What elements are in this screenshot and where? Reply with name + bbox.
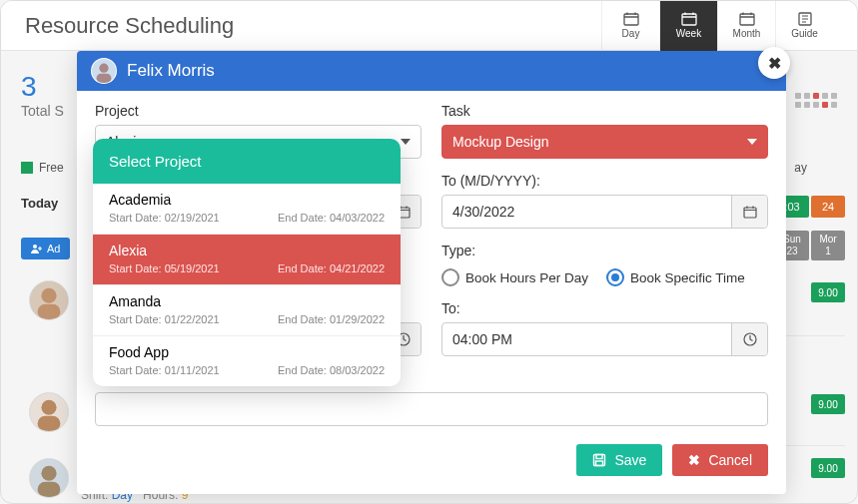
svg-point-27 bbox=[99, 64, 108, 73]
view-week-label: Week bbox=[676, 28, 701, 39]
project-option[interactable]: AcademiaStart Date: 02/19/2021End Date: … bbox=[93, 184, 401, 235]
svg-rect-22 bbox=[38, 416, 61, 431]
project-option-name: Amanda bbox=[109, 293, 385, 309]
task-select-value: Mockup Design bbox=[452, 134, 549, 150]
svg-point-21 bbox=[41, 400, 56, 415]
stats-label: Total S bbox=[21, 103, 64, 119]
svg-rect-4 bbox=[682, 14, 696, 25]
cancel-button[interactable]: ✖ Cancel bbox=[672, 444, 768, 476]
task-select[interactable]: Mockup Design bbox=[441, 125, 768, 159]
to-date-input[interactable]: 4/30/2022 bbox=[441, 195, 768, 229]
time-cell: 24 bbox=[811, 196, 845, 218]
time-to-input[interactable]: 04:00 PM bbox=[441, 322, 768, 356]
svg-rect-40 bbox=[596, 455, 602, 459]
cancel-label: Cancel bbox=[708, 452, 752, 468]
svg-point-16 bbox=[33, 245, 37, 249]
description-input[interactable] bbox=[95, 392, 768, 426]
close-icon: ✖ bbox=[768, 54, 781, 73]
radio-book-specific[interactable]: Book Specific Time bbox=[606, 268, 745, 286]
svg-point-18 bbox=[41, 288, 56, 303]
modal-footer: Save ✖ Cancel bbox=[77, 444, 786, 494]
chevron-down-icon bbox=[747, 139, 757, 145]
view-guide[interactable]: Guide bbox=[775, 1, 833, 51]
radio-icon bbox=[606, 268, 624, 286]
row-value: 9.00 bbox=[811, 458, 845, 478]
calendar-icon bbox=[743, 206, 757, 219]
page-header: Resource Scheduling Day Week Month Guide bbox=[1, 1, 857, 51]
add-user-icon bbox=[31, 244, 43, 253]
clock-addon[interactable] bbox=[731, 323, 767, 355]
calendar-addon[interactable] bbox=[731, 196, 767, 228]
project-option-name: Academia bbox=[109, 192, 385, 208]
view-month[interactable]: Month bbox=[717, 1, 775, 51]
project-option-dates: Start Date: 01/22/2021End Date: 01/29/20… bbox=[109, 313, 385, 325]
modal-avatar bbox=[91, 58, 117, 84]
row-value: 9.00 bbox=[811, 282, 845, 302]
view-day-label: Day bbox=[622, 28, 640, 39]
svg-rect-33 bbox=[744, 208, 756, 218]
project-label: Project bbox=[95, 103, 422, 119]
avatar[interactable] bbox=[29, 392, 69, 432]
save-label: Save bbox=[614, 452, 646, 468]
project-dropdown-header: Select Project bbox=[93, 139, 401, 184]
status-dots bbox=[795, 93, 837, 108]
view-switcher: Day Week Month Guide bbox=[601, 1, 833, 51]
stats-block: 3 Total S bbox=[21, 71, 64, 119]
modal-user-name: Felix Morris bbox=[127, 61, 215, 81]
avatar[interactable] bbox=[29, 458, 69, 498]
cancel-icon: ✖ bbox=[688, 452, 700, 468]
radio-icon bbox=[441, 268, 459, 286]
row-value: 9.00 bbox=[811, 394, 845, 414]
view-day[interactable]: Day bbox=[601, 1, 659, 51]
clock-icon bbox=[743, 332, 757, 346]
svg-rect-19 bbox=[38, 304, 61, 319]
legend-free-label: Free bbox=[39, 161, 64, 175]
project-option[interactable]: Food AppStart Date: 01/11/2021End Date: … bbox=[93, 336, 401, 386]
project-option-name: Food App bbox=[109, 344, 385, 360]
page-title: Resource Scheduling bbox=[25, 13, 234, 39]
add-button[interactable]: Ad bbox=[21, 238, 70, 259]
to-date-value: 4/30/2022 bbox=[442, 204, 731, 220]
project-option-dates: Start Date: 01/11/2021End Date: 08/03/20… bbox=[109, 364, 385, 376]
radio-book-specific-label: Book Specific Time bbox=[630, 270, 745, 285]
svg-point-24 bbox=[41, 466, 56, 481]
save-button[interactable]: Save bbox=[576, 444, 662, 476]
calendar-icon bbox=[681, 12, 697, 26]
to-label: To (M/D/YYYY): bbox=[441, 173, 768, 189]
view-month-label: Month bbox=[733, 28, 761, 39]
add-button-label: Ad bbox=[47, 243, 60, 254]
avatar[interactable] bbox=[29, 280, 69, 320]
radio-book-hours-label: Book Hours Per Day bbox=[465, 270, 588, 285]
svg-rect-8 bbox=[740, 14, 754, 25]
save-icon bbox=[592, 453, 606, 467]
radio-book-hours[interactable]: Book Hours Per Day bbox=[441, 268, 588, 286]
calendar-icon bbox=[739, 12, 755, 26]
svg-rect-41 bbox=[596, 461, 603, 466]
legend-right: ay bbox=[794, 161, 807, 175]
project-option-dates: Start Date: 05/19/2021End Date: 04/21/20… bbox=[109, 262, 385, 274]
chevron-down-icon bbox=[401, 139, 411, 145]
day-cell[interactable]: Mor 1 bbox=[811, 231, 845, 260]
today-label[interactable]: Today bbox=[21, 196, 58, 211]
modal-close-button[interactable]: ✖ bbox=[758, 47, 790, 79]
project-option-dates: Start Date: 02/19/2021End Date: 04/03/20… bbox=[109, 212, 385, 224]
svg-rect-0 bbox=[624, 14, 638, 25]
svg-rect-25 bbox=[38, 482, 61, 497]
project-option[interactable]: AlexiaStart Date: 05/19/2021End Date: 04… bbox=[93, 235, 401, 285]
time-to-value: 04:00 PM bbox=[442, 331, 731, 347]
svg-rect-28 bbox=[97, 74, 112, 83]
modal-header: Felix Morris bbox=[77, 51, 786, 91]
project-option[interactable]: AmandaStart Date: 01/22/2021End Date: 01… bbox=[93, 285, 401, 336]
task-label: Task bbox=[441, 103, 768, 119]
project-option-name: Alexia bbox=[109, 243, 385, 258]
type-label: Type: bbox=[441, 243, 768, 258]
view-guide-label: Guide bbox=[791, 28, 818, 39]
guide-icon bbox=[797, 12, 813, 26]
project-dropdown: Select Project AcademiaStart Date: 02/19… bbox=[93, 139, 401, 386]
calendar-icon bbox=[623, 12, 639, 26]
time-to-label: To: bbox=[441, 300, 768, 316]
type-radio-group: Book Hours Per Day Book Specific Time bbox=[441, 268, 768, 286]
view-week[interactable]: Week bbox=[659, 1, 717, 51]
stats-count: 3 bbox=[21, 71, 64, 103]
legend-free: Free bbox=[21, 161, 64, 175]
